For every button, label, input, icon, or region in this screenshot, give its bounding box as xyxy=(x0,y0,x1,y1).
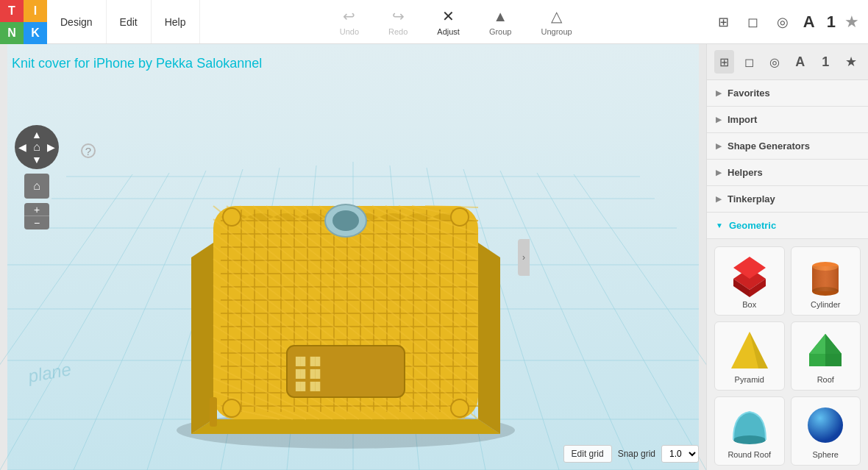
zoom-out-button[interactable]: − xyxy=(24,216,49,229)
section-geometric[interactable]: ▼ Geometric xyxy=(707,213,868,239)
roof-3d-shape xyxy=(803,328,847,372)
right-panel: ⊞ ◻ ◎ A 1 ★ ▶ Favorites ▶ Import ▶ Shape… xyxy=(706,44,868,470)
shape-generators-label: Shape Generators xyxy=(728,140,810,152)
compass-down-arrow: ▼ xyxy=(32,154,42,165)
section-favorites[interactable]: ▶ Favorites xyxy=(707,80,868,107)
shape-round-roof[interactable]: Round Roof xyxy=(714,396,785,466)
roof-label: Roof xyxy=(817,375,834,384)
3d-shapes-icon[interactable]: ◻ xyxy=(740,50,760,74)
box-3d-shape xyxy=(728,253,772,297)
redo-button[interactable]: ↪ Redo xyxy=(383,4,413,39)
geometric-label: Geometric xyxy=(729,220,776,231)
section-shape-generators[interactable]: ▶ Shape Generators xyxy=(707,133,868,160)
pyramid-3d-shape xyxy=(728,328,772,372)
viewport-svg: plane xyxy=(0,44,706,470)
svg-text:██ ██: ██ ██ xyxy=(295,356,320,366)
svg-point-92 xyxy=(332,210,359,231)
zoom-in-button[interactable]: + xyxy=(24,203,49,216)
logo-k: K xyxy=(24,22,47,44)
bottom-bar: Edit grid Snap grid 1.0 0.5 0.1 xyxy=(563,445,699,463)
toolbar-right: ⊞ ◻ ◎ A 1 ★ xyxy=(712,10,868,34)
svg-text:██ ██: ██ ██ xyxy=(295,381,320,391)
shapes-panel-icon[interactable]: ⊞ xyxy=(714,50,734,74)
edit-grid-button[interactable]: Edit grid xyxy=(563,445,612,463)
favorites-label: Favorites xyxy=(728,88,770,99)
favorites-star-icon[interactable]: ★ xyxy=(844,13,859,32)
sphere-3d-shape xyxy=(803,403,847,447)
redo-label: Redo xyxy=(388,27,408,36)
letter-a-button[interactable]: A xyxy=(800,13,818,32)
svg-point-100 xyxy=(451,399,469,417)
panel-toolbar: ⊞ ◻ ◎ A 1 ★ xyxy=(707,44,868,80)
project-title: Knit cover for iPhone by Pekka Salokanne… xyxy=(12,56,262,71)
adjust-button[interactable]: ✕ Adjust xyxy=(431,4,466,39)
top-bar: T I N K Design Edit Help ↩ Undo ↪ Redo ✕… xyxy=(0,0,868,44)
round-roof-label: Round Roof xyxy=(728,450,771,459)
shape-pyramid[interactable]: Pyramid xyxy=(714,321,785,391)
undo-label: Undo xyxy=(340,27,359,36)
navigation-controls: ▲ ▼ ◀ ▶ ⌂ ⌂ + − xyxy=(15,125,59,229)
undo-button[interactable]: ↩ Undo xyxy=(334,4,365,39)
tinkerplay-label: Tinkerplay xyxy=(728,193,775,204)
section-import[interactable]: ▶ Import xyxy=(707,107,868,133)
panel-collapse-handle[interactable]: › xyxy=(518,239,530,276)
svg-point-99 xyxy=(223,399,241,417)
compass-center: ⌂ xyxy=(33,140,40,154)
main-content: Knit cover for iPhone by Pekka Salokanne… xyxy=(0,44,868,470)
cube-view-icon[interactable]: ◻ xyxy=(741,10,765,34)
import-arrow: ▶ xyxy=(716,115,722,124)
app-logo[interactable]: T I N K xyxy=(0,0,47,44)
logo-i: I xyxy=(24,0,47,22)
group-button[interactable]: ▲ Group xyxy=(483,5,518,39)
zoom-controls: + − xyxy=(24,203,49,229)
grid-view-icon[interactable]: ⊞ xyxy=(712,10,736,34)
geometric-arrow: ▼ xyxy=(716,221,723,229)
shape-sphere[interactable]: Sphere xyxy=(791,396,861,466)
compass-control[interactable]: ▲ ▼ ◀ ▶ ⌂ xyxy=(15,125,59,169)
adjust-icon: ✕ xyxy=(442,7,455,25)
svg-rect-109 xyxy=(812,266,839,291)
pyramid-label: Pyramid xyxy=(735,375,764,384)
star-icon[interactable]: ★ xyxy=(842,50,861,74)
cylinder-3d-shape xyxy=(803,253,847,297)
snap-grid-select[interactable]: 1.0 0.5 0.1 xyxy=(661,445,699,463)
font-a-icon[interactable]: A xyxy=(791,50,811,74)
nav-design[interactable]: Design xyxy=(47,0,107,43)
adjust-label: Adjust xyxy=(437,27,460,36)
compass-right-arrow: ▶ xyxy=(47,141,55,153)
svg-rect-101 xyxy=(210,397,217,427)
section-helpers[interactable]: ▶ Helpers xyxy=(707,160,868,186)
shape-box[interactable]: Box xyxy=(714,246,785,316)
shape-cylinder[interactable]: Cylinder xyxy=(791,246,861,316)
svg-point-97 xyxy=(223,208,241,226)
number-1-button[interactable]: 1 xyxy=(824,13,839,32)
svg-point-98 xyxy=(451,208,469,226)
compass-up-arrow: ▲ xyxy=(32,129,42,140)
sphere-view-icon[interactable]: ◎ xyxy=(771,10,794,34)
number-icon[interactable]: 1 xyxy=(816,50,836,74)
svg-point-116 xyxy=(808,407,843,443)
ungroup-button[interactable]: △ Ungroup xyxy=(535,4,577,39)
geometric-content: Box xyxy=(707,239,868,470)
logo-n: N xyxy=(0,22,24,44)
cylinder-label: Cylinder xyxy=(811,300,840,309)
compass-left-arrow: ◀ xyxy=(18,141,26,153)
canvas-area[interactable]: Knit cover for iPhone by Pekka Salokanne… xyxy=(0,44,706,470)
help-button[interactable]: ? xyxy=(81,143,96,158)
wireframe-icon[interactable]: ◎ xyxy=(765,50,785,74)
tinkerplay-arrow: ▶ xyxy=(716,195,722,203)
group-icon: ▲ xyxy=(493,8,508,25)
nav-help[interactable]: Help xyxy=(152,0,200,43)
svg-marker-114 xyxy=(825,334,842,366)
nav-edit[interactable]: Edit xyxy=(107,0,152,43)
redo-icon: ↪ xyxy=(392,7,405,25)
favorites-arrow: ▶ xyxy=(716,89,722,97)
toolbar-center: ↩ Undo ↪ Redo ✕ Adjust ▲ Group △ Ungroup xyxy=(200,4,712,39)
sphere-label: Sphere xyxy=(813,450,839,459)
section-tinkerplay[interactable]: ▶ Tinkerplay xyxy=(707,186,868,213)
shapes-grid: Box xyxy=(714,246,861,466)
shape-roof[interactable]: Roof xyxy=(791,321,861,391)
home-button[interactable]: ⌂ xyxy=(24,174,49,199)
ungroup-label: Ungroup xyxy=(541,27,572,36)
helpers-label: Helpers xyxy=(728,167,763,178)
